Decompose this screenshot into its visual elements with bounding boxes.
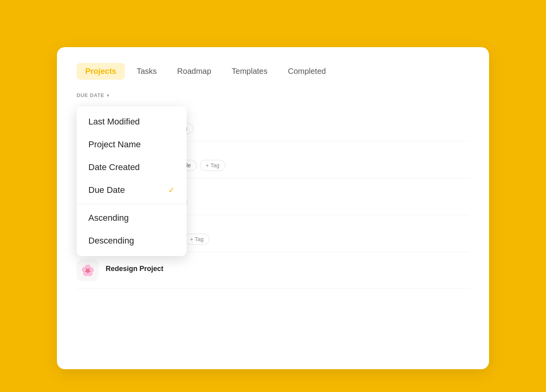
tab-roadmap[interactable]: Roadmap xyxy=(169,63,220,80)
tab-completed[interactable]: Completed xyxy=(279,63,335,80)
sort-bar: DUE DATE ▾ Last Modified Project Name Da… xyxy=(77,92,469,98)
tab-bar: Projects Tasks Roadmap Templates Complet… xyxy=(77,63,469,80)
sort-option-ascending[interactable]: Ascending xyxy=(77,207,187,229)
dropdown-divider xyxy=(77,204,187,204)
tag-add-button[interactable]: + Tag xyxy=(184,234,210,245)
chevron-down-icon: ▾ xyxy=(107,93,109,98)
sort-option-due-date[interactable]: Due Date ✓ xyxy=(77,179,187,201)
app-card: Projects Tasks Roadmap Templates Complet… xyxy=(57,47,489,369)
tab-projects[interactable]: Projects xyxy=(77,63,125,80)
project-info: Redesign Project xyxy=(106,265,469,276)
sort-dropdown: Last Modified Project Name Date Created … xyxy=(77,106,187,256)
project-emoji: 🌸 xyxy=(77,259,99,281)
sort-option-project-name[interactable]: Project Name xyxy=(77,133,187,156)
project-name: Redesign Project xyxy=(106,265,469,273)
tab-tasks[interactable]: Tasks xyxy=(128,63,165,80)
sort-option-last-modified[interactable]: Last Modified xyxy=(77,110,187,133)
check-icon: ✓ xyxy=(168,185,175,195)
sort-label: DUE DATE xyxy=(77,92,104,98)
tab-templates[interactable]: Templates xyxy=(223,63,276,80)
sort-option-descending[interactable]: Descending xyxy=(77,229,187,252)
sort-option-date-created[interactable]: Date Created xyxy=(77,156,187,179)
project-item: 🌸 Redesign Project xyxy=(77,252,469,289)
tag-add-button[interactable]: + Tag xyxy=(200,160,225,171)
